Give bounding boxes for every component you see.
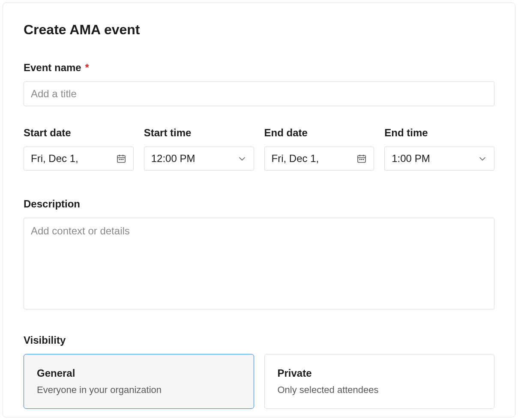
description-label: Description xyxy=(24,198,494,210)
datetime-row: Start date Fri, Dec 1, Start t xyxy=(24,127,494,171)
start-date-label: Start date xyxy=(24,127,134,139)
svg-point-12 xyxy=(361,159,362,160)
visibility-option-subtitle: Only selected attendees xyxy=(278,384,482,396)
end-time-label: End time xyxy=(384,127,494,139)
description-field: Description xyxy=(24,198,494,311)
event-name-label: Event name * xyxy=(24,62,494,74)
start-time-label: Start time xyxy=(144,127,254,139)
visibility-option-title: General xyxy=(37,367,241,379)
visibility-option-title: Private xyxy=(278,367,482,379)
start-date-value: Fri, Dec 1, xyxy=(31,153,78,165)
start-time-field: Start time 12:00 PM xyxy=(144,127,254,171)
chevron-down-icon xyxy=(237,154,247,163)
description-input[interactable] xyxy=(24,218,494,309)
event-name-input[interactable] xyxy=(24,81,494,106)
visibility-option-subtitle: Everyone in your organization xyxy=(37,384,241,396)
start-time-picker[interactable]: 12:00 PM xyxy=(144,147,254,171)
end-date-picker[interactable]: Fri, Dec 1, xyxy=(264,147,374,171)
create-ama-event-form: Create AMA event Event name * Start date… xyxy=(3,3,515,417)
end-time-picker[interactable]: 1:00 PM xyxy=(384,147,494,171)
visibility-label: Visibility xyxy=(24,334,494,346)
visibility-field: Visibility General Everyone in your orga… xyxy=(24,334,494,409)
svg-point-4 xyxy=(119,159,120,160)
end-time-value: 1:00 PM xyxy=(392,153,430,165)
svg-point-5 xyxy=(121,159,122,160)
event-name-field: Event name * xyxy=(24,62,494,106)
visibility-options: General Everyone in your organization Pr… xyxy=(24,354,494,409)
calendar-icon xyxy=(356,153,367,164)
calendar-icon xyxy=(116,153,126,164)
end-date-field: End date Fri, Dec 1, xyxy=(264,127,374,171)
svg-point-11 xyxy=(359,159,360,160)
end-date-label: End date xyxy=(264,127,374,139)
end-time-field: End time 1:00 PM xyxy=(384,127,494,171)
event-name-label-text: Event name xyxy=(24,62,81,73)
start-time-value: 12:00 PM xyxy=(151,153,195,165)
visibility-option-private[interactable]: Private Only selected attendees xyxy=(264,354,495,409)
start-date-picker[interactable]: Fri, Dec 1, xyxy=(24,147,134,171)
end-date-value: Fri, Dec 1, xyxy=(272,153,319,165)
visibility-option-general[interactable]: General Everyone in your organization xyxy=(24,354,254,409)
required-asterisk: * xyxy=(85,62,89,73)
svg-point-13 xyxy=(363,159,364,160)
page-title: Create AMA event xyxy=(24,22,494,38)
start-date-field: Start date Fri, Dec 1, xyxy=(24,127,134,171)
svg-point-6 xyxy=(123,159,123,160)
chevron-down-icon xyxy=(478,154,487,163)
